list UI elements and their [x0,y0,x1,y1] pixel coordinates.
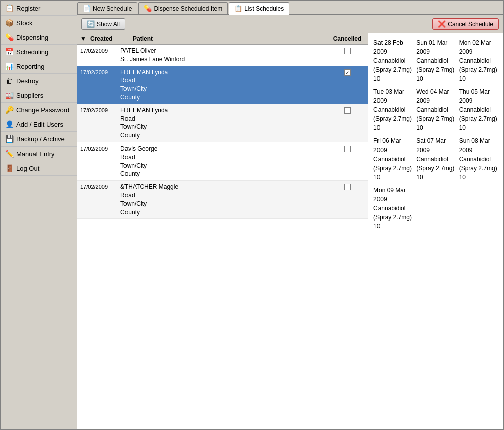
table-row[interactable]: 17/02/2009&THATCHER MaggieRoadTown/CityC… [77,181,368,219]
cal-drug: Cannabidiol [459,105,498,114]
sidebar-item-dispensing[interactable]: 💊Dispensing [1,30,77,45]
calendar-cell: Sun 08 Mar 2009Cannabidiol(Spray 2.7mg)1… [459,136,498,182]
row-cancelled[interactable] [330,47,365,54]
sidebar-label-register: Register [16,5,40,12]
cancelled-checkbox[interactable] [344,69,351,76]
cal-date: Sun 01 Mar 2009 [416,38,455,56]
sidebar-label-dispensing: Dispensing [16,34,48,41]
table-row[interactable]: 17/02/2009PATEL OliverSt. James Lane Win… [77,45,368,66]
cal-qty: 10 [416,123,455,132]
calendar-cell: Mon 02 Mar 2009Cannabidiol(Spray 2.7mg)1… [459,38,498,83]
cal-qty: 10 [416,74,455,83]
row-cancelled[interactable] [330,106,365,114]
cal-qty: 10 [373,123,412,132]
cal-drug: Cannabidiol [416,105,455,114]
cal-qty: 10 [459,123,498,132]
tab-dispense-scheduled[interactable]: 💊Dispense Scheduled Item [138,2,228,14]
cal-drug: Cannabidiol [459,56,498,65]
tab-label-dispense-scheduled: Dispense Scheduled Item [154,5,222,12]
cal-drug: Cannabidiol [373,56,412,65]
sidebar-item-destroy[interactable]: 🗑Destroy [1,74,77,88]
row-cancelled[interactable] [330,68,365,76]
list-body: 17/02/2009PATEL OliverSt. James Lane Win… [77,45,368,429]
calendar-cell: Fri 06 Mar 2009Cannabidiol(Spray 2.7mg)1… [373,136,412,182]
sidebar-item-reporting[interactable]: 📊Reporting [1,59,77,74]
tabs-bar: 📄New Schedule💊Dispense Scheduled Item📋Li… [77,1,503,15]
calendar-cell: Tue 03 Mar 2009Cannabidiol(Spray 2.7mg)1… [373,87,412,132]
cal-qty: 10 [459,74,498,83]
cal-drug: Cannabidiol [459,155,498,164]
cancelled-checkbox[interactable] [344,146,351,152]
schedule-list: ▼ Created Patient Cancelled 17/02/2009PA… [77,33,368,429]
cal-qty: 10 [459,173,498,182]
cal-detail: (Spray 2.7mg) [373,213,412,222]
sidebar-label-stock: Stock [16,19,33,27]
content-split: ▼ Created Patient Cancelled 17/02/2009PA… [77,33,503,429]
tab-icon-list-schedules: 📋 [234,5,242,12]
cal-date: Sun 08 Mar 2009 [459,136,498,155]
backup-archive-icon: 💾 [5,135,13,143]
calendar-cell: Sun 01 Mar 2009Cannabidiol(Spray 2.7mg)1… [416,38,455,83]
calendar-cell: Sat 07 Mar 2009Cannabidiol(Spray 2.7mg)1… [416,136,455,182]
suppliers-icon: 🏭 [5,91,13,99]
change-password-icon: 🔑 [5,106,13,114]
cancelled-checkbox[interactable] [344,184,351,190]
sidebar-label-log-out: Log Out [16,165,39,172]
sidebar-item-stock[interactable]: 📦Stock [1,16,77,30]
row-patient: Davis GeorgeRoadTown/CityCounty [120,145,330,178]
scheduling-icon: 📅 [5,48,13,56]
cal-date: Tue 03 Mar 2009 [373,87,412,105]
tab-list-schedules[interactable]: 📋List Schedules [229,2,289,15]
cancel-schedule-button[interactable]: ❌ Cancel Schedule [432,18,499,30]
header-created: Created [90,35,131,42]
sidebar-item-manual-entry[interactable]: ✏️Manual Entry [1,147,77,161]
cal-date: Mon 09 Mar 2009 [373,186,412,204]
tab-icon-dispense-scheduled: 💊 [144,5,152,12]
cal-detail: (Spray 2.7mg) [416,65,455,74]
sort-arrow: ▼ [80,35,88,42]
row-patient: &THATCHER MaggieRoadTown/CityCounty [120,183,330,216]
table-row[interactable]: 17/02/2009FREEMAN LyndaRoadTown/CityCoun… [77,104,368,142]
row-created: 17/02/2009 [80,183,120,190]
sidebar-label-reporting: Reporting [16,63,44,70]
sidebar-label-scheduling: Scheduling [16,48,48,56]
cal-date: Sat 28 Feb 2009 [373,38,412,56]
tab-new-schedule[interactable]: 📄New Schedule [77,2,137,14]
cal-detail: (Spray 2.7mg) [373,164,412,173]
sidebar-label-add-edit-users: Add / Edit Users [16,121,63,128]
calendar-panel: Sat 28 Feb 2009Cannabidiol(Spray 2.7mg)1… [368,33,503,429]
calendar-cell: Thu 05 Mar 2009Cannabidiol(Spray 2.7mg)1… [459,87,498,132]
sidebar-label-destroy: Destroy [16,77,39,85]
sidebar-item-register[interactable]: 📋Register [1,1,77,16]
tab-label-new-schedule: New Schedule [93,5,132,12]
cal-drug: Cannabidiol [373,204,412,213]
cal-detail: (Spray 2.7mg) [416,164,455,173]
cal-detail: (Spray 2.7mg) [416,114,455,123]
cal-qty: 10 [373,222,412,231]
register-icon: 📋 [5,4,13,12]
sidebar-item-suppliers[interactable]: 🏭Suppliers [1,88,77,103]
cancelled-checkbox[interactable] [344,107,351,114]
sidebar: 📋Register📦Stock💊Dispensing📅Scheduling📊Re… [1,1,77,429]
sidebar-item-scheduling[interactable]: 📅Scheduling [1,45,77,59]
show-all-button[interactable]: 🔄 Show All [81,18,125,30]
table-row[interactable]: 17/02/2009Davis GeorgeRoadTown/CityCount… [77,142,368,181]
header-cancelled: Cancelled [330,35,365,42]
cal-drug: Cannabidiol [373,105,412,114]
cancel-icon: ❌ [438,20,446,28]
row-created: 17/02/2009 [80,106,120,113]
row-cancelled[interactable] [330,145,365,152]
cal-drug: Cannabidiol [373,155,412,164]
cal-detail: (Spray 2.7mg) [459,164,498,173]
sidebar-item-change-password[interactable]: 🔑Change Password [1,103,77,117]
cancelled-checkbox[interactable] [344,48,351,54]
sidebar-item-add-edit-users[interactable]: 👤Add / Edit Users [1,117,77,132]
cal-date: Mon 02 Mar 2009 [459,38,498,56]
cal-qty: 10 [373,74,412,83]
sidebar-item-log-out[interactable]: 🚪Log Out [1,161,77,176]
sidebar-item-backup-archive[interactable]: 💾Backup / Archive [1,132,77,147]
row-cancelled[interactable] [330,183,365,190]
sidebar-label-manual-entry: Manual Entry [16,150,55,158]
cal-date: Fri 06 Mar 2009 [373,136,412,155]
table-row[interactable]: 17/02/2009FREEMAN LyndaRoadTown/CityCoun… [77,66,368,104]
